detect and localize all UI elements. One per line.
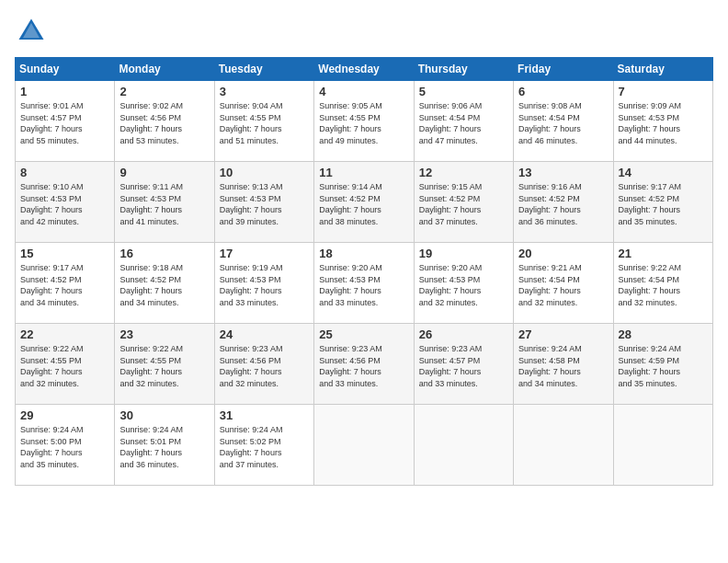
- day-info: Sunrise: 9:04 AM Sunset: 4:55 PM Dayligh…: [220, 100, 309, 146]
- day-number: 3: [220, 85, 309, 98]
- day-number: 15: [20, 247, 109, 260]
- day-info: Sunrise: 9:06 AM Sunset: 4:54 PM Dayligh…: [419, 100, 508, 146]
- calendar-cell: 12Sunrise: 9:15 AM Sunset: 4:52 PM Dayli…: [414, 162, 513, 243]
- day-number: 21: [619, 247, 708, 260]
- calendar-week-1: 1Sunrise: 9:01 AM Sunset: 4:57 PM Daylig…: [16, 81, 713, 162]
- day-number: 5: [419, 85, 508, 98]
- calendar-cell: 18Sunrise: 9:20 AM Sunset: 4:53 PM Dayli…: [314, 243, 414, 324]
- calendar-cell: 17Sunrise: 9:19 AM Sunset: 4:53 PM Dayli…: [214, 243, 313, 324]
- day-info: Sunrise: 9:14 AM Sunset: 4:52 PM Dayligh…: [319, 181, 408, 227]
- calendar-cell: 22Sunrise: 9:22 AM Sunset: 4:55 PM Dayli…: [16, 324, 115, 405]
- day-info: Sunrise: 9:23 AM Sunset: 4:57 PM Dayligh…: [419, 343, 508, 389]
- day-header-saturday: Saturday: [613, 58, 712, 81]
- day-number: 20: [518, 247, 608, 260]
- day-number: 24: [220, 327, 309, 341]
- calendar-cell: 27Sunrise: 9:24 AM Sunset: 4:58 PM Dayli…: [514, 324, 613, 405]
- calendar-table: SundayMondayTuesdayWednesdayThursdayFrid…: [15, 57, 713, 486]
- calendar-cell: 1Sunrise: 9:01 AM Sunset: 4:57 PM Daylig…: [16, 81, 115, 162]
- calendar-cell: 31Sunrise: 9:24 AM Sunset: 5:02 PM Dayli…: [214, 405, 313, 486]
- day-number: 8: [20, 166, 109, 179]
- day-info: Sunrise: 9:22 AM Sunset: 4:55 PM Dayligh…: [119, 343, 209, 389]
- day-info: Sunrise: 9:23 AM Sunset: 4:56 PM Dayligh…: [319, 343, 408, 389]
- calendar-cell: [314, 405, 414, 486]
- calendar-cell: [414, 405, 513, 486]
- calendar-cell: 26Sunrise: 9:23 AM Sunset: 4:57 PM Dayli…: [414, 324, 513, 405]
- day-number: 16: [119, 247, 209, 260]
- day-number: 2: [119, 85, 209, 98]
- calendar-cell: 29Sunrise: 9:24 AM Sunset: 5:00 PM Dayli…: [16, 405, 115, 486]
- day-info: Sunrise: 9:18 AM Sunset: 4:52 PM Dayligh…: [119, 262, 209, 308]
- day-info: Sunrise: 9:23 AM Sunset: 4:56 PM Dayligh…: [220, 343, 309, 389]
- day-info: Sunrise: 9:01 AM Sunset: 4:57 PM Dayligh…: [20, 100, 109, 146]
- day-number: 29: [20, 408, 109, 422]
- day-info: Sunrise: 9:17 AM Sunset: 4:52 PM Dayligh…: [619, 181, 708, 227]
- day-info: Sunrise: 9:13 AM Sunset: 4:53 PM Dayligh…: [220, 181, 309, 227]
- day-number: 30: [119, 408, 209, 422]
- calendar-cell: 23Sunrise: 9:22 AM Sunset: 4:55 PM Dayli…: [115, 324, 214, 405]
- day-number: 17: [220, 247, 309, 260]
- day-info: Sunrise: 9:24 AM Sunset: 5:02 PM Dayligh…: [220, 424, 309, 470]
- day-number: 12: [419, 166, 508, 179]
- calendar-cell: 19Sunrise: 9:20 AM Sunset: 4:53 PM Dayli…: [414, 243, 513, 324]
- day-info: Sunrise: 9:05 AM Sunset: 4:55 PM Dayligh…: [319, 100, 408, 146]
- calendar-cell: 25Sunrise: 9:23 AM Sunset: 4:56 PM Dayli…: [314, 324, 414, 405]
- day-header-monday: Monday: [115, 58, 214, 81]
- calendar-cell: 4Sunrise: 9:05 AM Sunset: 4:55 PM Daylig…: [314, 81, 414, 162]
- calendar-cell: 13Sunrise: 9:16 AM Sunset: 4:52 PM Dayli…: [514, 162, 613, 243]
- day-info: Sunrise: 9:24 AM Sunset: 4:59 PM Dayligh…: [619, 343, 708, 389]
- day-number: 28: [619, 327, 708, 341]
- day-number: 4: [319, 85, 408, 98]
- day-info: Sunrise: 9:17 AM Sunset: 4:52 PM Dayligh…: [20, 262, 109, 308]
- day-info: Sunrise: 9:16 AM Sunset: 4:52 PM Dayligh…: [518, 181, 608, 227]
- day-info: Sunrise: 9:21 AM Sunset: 4:54 PM Dayligh…: [518, 262, 608, 308]
- calendar-cell: 7Sunrise: 9:09 AM Sunset: 4:53 PM Daylig…: [613, 81, 712, 162]
- calendar-cell: [613, 405, 712, 486]
- calendar-cell: [514, 405, 613, 486]
- page-header: [15, 15, 713, 48]
- calendar-cell: 11Sunrise: 9:14 AM Sunset: 4:52 PM Dayli…: [314, 162, 414, 243]
- day-number: 22: [20, 327, 109, 341]
- day-number: 31: [220, 408, 309, 422]
- day-info: Sunrise: 9:22 AM Sunset: 4:55 PM Dayligh…: [20, 343, 109, 389]
- day-number: 1: [20, 85, 109, 98]
- calendar-cell: 5Sunrise: 9:06 AM Sunset: 4:54 PM Daylig…: [414, 81, 513, 162]
- calendar-cell: 3Sunrise: 9:04 AM Sunset: 4:55 PM Daylig…: [214, 81, 313, 162]
- day-info: Sunrise: 9:19 AM Sunset: 4:53 PM Dayligh…: [220, 262, 309, 308]
- calendar-cell: 8Sunrise: 9:10 AM Sunset: 4:53 PM Daylig…: [16, 162, 115, 243]
- calendar-cell: 30Sunrise: 9:24 AM Sunset: 5:01 PM Dayli…: [115, 405, 214, 486]
- day-info: Sunrise: 9:24 AM Sunset: 5:00 PM Dayligh…: [20, 424, 109, 470]
- calendar-cell: 24Sunrise: 9:23 AM Sunset: 4:56 PM Dayli…: [214, 324, 313, 405]
- day-header-sunday: Sunday: [16, 58, 115, 81]
- calendar-cell: 21Sunrise: 9:22 AM Sunset: 4:54 PM Dayli…: [613, 243, 712, 324]
- day-info: Sunrise: 9:22 AM Sunset: 4:54 PM Dayligh…: [619, 262, 708, 308]
- day-number: 26: [419, 327, 508, 341]
- day-header-friday: Friday: [514, 58, 613, 81]
- calendar-cell: 2Sunrise: 9:02 AM Sunset: 4:56 PM Daylig…: [115, 81, 214, 162]
- day-number: 7: [619, 85, 708, 98]
- day-header-wednesday: Wednesday: [314, 58, 414, 81]
- day-number: 27: [518, 327, 608, 341]
- calendar-cell: 9Sunrise: 9:11 AM Sunset: 4:53 PM Daylig…: [115, 162, 214, 243]
- calendar-week-2: 8Sunrise: 9:10 AM Sunset: 4:53 PM Daylig…: [16, 162, 713, 243]
- day-number: 23: [119, 327, 209, 341]
- day-number: 9: [119, 166, 209, 179]
- day-info: Sunrise: 9:02 AM Sunset: 4:56 PM Dayligh…: [119, 100, 209, 146]
- calendar-cell: 16Sunrise: 9:18 AM Sunset: 4:52 PM Dayli…: [115, 243, 214, 324]
- day-info: Sunrise: 9:20 AM Sunset: 4:53 PM Dayligh…: [419, 262, 508, 308]
- calendar-cell: 6Sunrise: 9:08 AM Sunset: 4:54 PM Daylig…: [514, 81, 613, 162]
- calendar-cell: 14Sunrise: 9:17 AM Sunset: 4:52 PM Dayli…: [613, 162, 712, 243]
- day-number: 18: [319, 247, 408, 260]
- day-info: Sunrise: 9:15 AM Sunset: 4:52 PM Dayligh…: [419, 181, 508, 227]
- day-number: 10: [220, 166, 309, 179]
- logo: [15, 15, 53, 48]
- calendar-cell: 20Sunrise: 9:21 AM Sunset: 4:54 PM Dayli…: [514, 243, 613, 324]
- day-info: Sunrise: 9:10 AM Sunset: 4:53 PM Dayligh…: [20, 181, 109, 227]
- day-number: 25: [319, 327, 408, 341]
- calendar-week-3: 15Sunrise: 9:17 AM Sunset: 4:52 PM Dayli…: [16, 243, 713, 324]
- day-number: 13: [518, 166, 608, 179]
- day-info: Sunrise: 9:24 AM Sunset: 4:58 PM Dayligh…: [518, 343, 608, 389]
- day-header-tuesday: Tuesday: [214, 58, 313, 81]
- calendar-week-5: 29Sunrise: 9:24 AM Sunset: 5:00 PM Dayli…: [16, 405, 713, 486]
- day-number: 19: [419, 247, 508, 260]
- calendar-cell: 28Sunrise: 9:24 AM Sunset: 4:59 PM Dayli…: [613, 324, 712, 405]
